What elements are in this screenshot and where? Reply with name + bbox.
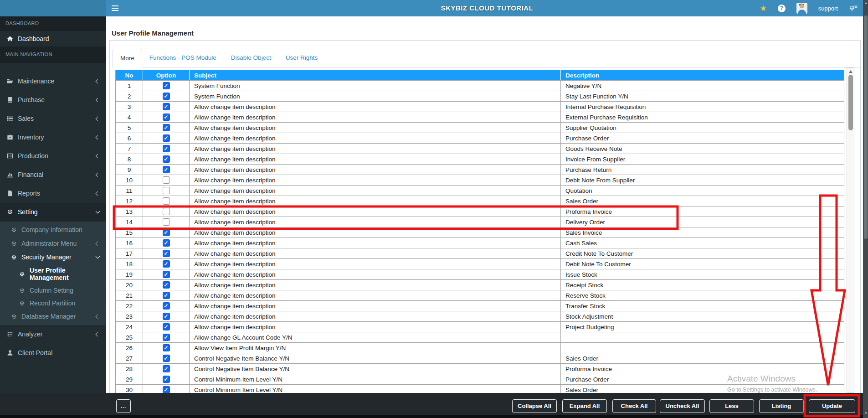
- option-checkbox[interactable]: [163, 197, 170, 205]
- column-header-no: No: [116, 70, 143, 81]
- sidebar-item-label: Purchase: [18, 96, 45, 103]
- option-checkbox[interactable]: [163, 124, 170, 131]
- option-checkbox[interactable]: [163, 218, 170, 226]
- tab-more[interactable]: More: [113, 49, 142, 67]
- sidebar-item-reports[interactable]: Reports: [0, 184, 106, 203]
- option-checkbox[interactable]: [163, 82, 170, 89]
- option-checkbox[interactable]: [163, 155, 170, 163]
- table-row: 3 Allow change item description Internal…: [116, 102, 844, 112]
- sidebar-item-record-partition[interactable]: Record Partition: [0, 297, 106, 310]
- window-scrollbar-thumb[interactable]: [864, 15, 868, 239]
- option-checkbox[interactable]: [163, 114, 170, 121]
- check-all-button[interactable]: Check All: [612, 399, 656, 413]
- uncheck-all-button[interactable]: Uncheck All: [660, 399, 705, 413]
- sidebar-item-inventory[interactable]: Inventory: [0, 128, 106, 147]
- option-checkbox[interactable]: [163, 239, 170, 247]
- row-number-cell: 15: [116, 227, 143, 238]
- expand-all-button[interactable]: Expand All: [562, 399, 607, 413]
- option-checkbox[interactable]: [163, 334, 170, 341]
- option-checkbox[interactable]: [163, 302, 170, 310]
- option-checkbox[interactable]: [163, 187, 170, 194]
- option-checkbox[interactable]: [163, 344, 170, 351]
- option-cell: [143, 259, 190, 269]
- description-cell: Quotation: [561, 186, 844, 196]
- tab-user-rights[interactable]: User Rights: [278, 49, 325, 67]
- sidebar-item-client-portal[interactable]: Client Portal: [0, 344, 106, 362]
- option-checkbox[interactable]: [163, 229, 170, 236]
- option-checkbox[interactable]: [163, 166, 170, 173]
- sidebar-item-column-setting[interactable]: Column Setting: [0, 284, 106, 297]
- tab-functions-pos-module[interactable]: Functions - POS Module: [142, 49, 224, 67]
- option-checkbox[interactable]: [163, 292, 170, 299]
- username-label[interactable]: support: [818, 5, 838, 12]
- sidebar-item-dashboard[interactable]: Dashboard: [0, 31, 106, 46]
- subject-cell: Control Negative Item Balance Y/N: [190, 364, 561, 374]
- option-checkbox[interactable]: [163, 323, 170, 330]
- sidebar-item-security-manager[interactable]: Security Manager: [0, 250, 106, 264]
- description-cell: Sales Order: [561, 353, 844, 364]
- chevron-left-icon: [96, 241, 100, 246]
- collapse-all-button[interactable]: Collapse All: [512, 399, 557, 413]
- sidebar-item-label: Setting: [18, 208, 38, 216]
- window-scrollbar[interactable]: ▲ ▼: [863, 0, 868, 418]
- sidebar-item-financial[interactable]: Financial: [0, 165, 106, 184]
- option-checkbox[interactable]: [163, 376, 170, 383]
- row-number-cell: 26: [116, 343, 143, 353]
- option-checkbox[interactable]: [163, 355, 170, 362]
- sidebar-toggle-hamburger-icon[interactable]: [112, 4, 121, 12]
- sidebar-item-user-profile-management[interactable]: User Profile Management: [0, 264, 106, 284]
- table-scrollbar-thumb[interactable]: [848, 75, 853, 130]
- option-checkbox[interactable]: [163, 281, 170, 289]
- sidebar-item-setting[interactable]: Setting: [0, 203, 106, 222]
- option-checkbox[interactable]: [163, 250, 170, 257]
- table-scrollbar[interactable]: [847, 67, 854, 393]
- table-row: 14 Allow change item description Deliver…: [116, 217, 844, 227]
- description-cell: Invoice From Supplier: [561, 154, 844, 165]
- sidebar-item-database-manager[interactable]: Database Manager: [0, 310, 106, 323]
- sidebar-item-production[interactable]: Production: [0, 147, 106, 165]
- star-icon[interactable]: ★: [760, 5, 766, 12]
- tab-disable-object[interactable]: Disable Object: [224, 49, 278, 67]
- description-cell: Issue Stock: [561, 269, 844, 280]
- list-alt-icon: [7, 153, 13, 159]
- sidebar-item-sales[interactable]: Sales: [0, 109, 106, 128]
- option-checkbox[interactable]: [163, 145, 170, 152]
- listing-button[interactable]: Listing: [759, 399, 804, 413]
- option-checkbox[interactable]: [163, 208, 170, 215]
- sidebar-item-analyzer[interactable]: Analyzer: [0, 325, 106, 344]
- sidebar-item-administrator-menu[interactable]: Administrator Menu: [0, 237, 106, 250]
- option-checkbox[interactable]: [163, 103, 170, 110]
- option-cell: [143, 154, 190, 165]
- table-row: 7 Allow change item description Goods Re…: [116, 144, 844, 154]
- option-checkbox[interactable]: [163, 365, 170, 372]
- subject-cell: Control Minimum Item Level Y/N: [190, 374, 561, 385]
- scrollbar-up-arrow-icon[interactable]: ▲: [864, 1, 868, 5]
- option-checkbox[interactable]: [163, 176, 170, 184]
- option-checkbox[interactable]: [163, 260, 170, 268]
- sidebar-item-label: Database Manager: [21, 313, 76, 320]
- update-button[interactable]: Update: [809, 399, 855, 413]
- gears-icon[interactable]: [849, 5, 858, 11]
- option-checkbox[interactable]: [163, 271, 170, 278]
- sidebar-item-purchase[interactable]: Purchase: [0, 91, 106, 109]
- subject-cell: Allow change item description: [190, 269, 561, 280]
- option-cell: [143, 175, 190, 186]
- option-checkbox[interactable]: [163, 386, 170, 393]
- scrollbar-down-arrow-icon[interactable]: ▼: [864, 412, 868, 415]
- sidebar-item-maintenance[interactable]: Maintenance: [0, 72, 106, 91]
- chevron-left-icon: [96, 154, 100, 158]
- less-button[interactable]: Less: [709, 399, 754, 413]
- scroll-up-arrow-icon[interactable]: [849, 70, 853, 73]
- more-options-button[interactable]: ...: [116, 399, 131, 413]
- sidebar-item-company-information[interactable]: Company Information: [0, 223, 106, 237]
- option-checkbox[interactable]: [163, 134, 170, 142]
- option-checkbox[interactable]: [163, 313, 170, 320]
- subject-cell: Allow change item description: [190, 206, 561, 217]
- table-row: 6 Allow change item description Purchase…: [116, 133, 844, 144]
- user-avatar[interactable]: [796, 3, 807, 14]
- column-header-description: Description: [561, 70, 844, 81]
- option-checkbox[interactable]: [163, 93, 170, 100]
- help-icon[interactable]: ?: [778, 5, 786, 12]
- description-cell: External Purchase Requisition: [561, 112, 844, 123]
- row-number-cell: 20: [116, 280, 143, 290]
